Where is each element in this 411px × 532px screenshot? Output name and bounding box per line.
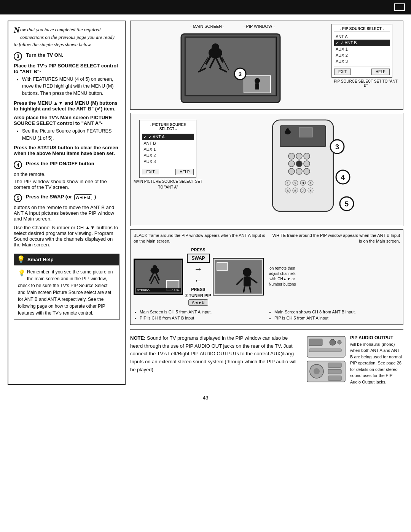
swap-button[interactable]: SWAP <box>187 254 209 263</box>
smart-help-section: 💡 Smart Help 💡 Remember, if you see the … <box>14 254 119 320</box>
svg-text:6: 6 <box>295 189 296 193</box>
svg-rect-20 <box>299 128 312 137</box>
svg-point-73 <box>338 340 341 344</box>
pip-source-wrap: - PIP SOURCE SELECT - ANT A ✓ ANT B AUX … <box>331 24 400 88</box>
main-content: Now that you have completed the required… <box>0 14 411 391</box>
smart-help-text: Remember, if you see the same picture on… <box>18 269 113 316</box>
pic-exit-btn[interactable]: EXIT <box>142 169 159 175</box>
pip-bullets-left: Main Screen is CH 5 from ANT A input. PI… <box>134 309 265 321</box>
screen-labels: - MAIN SCREEN - - PIP WINDOW - <box>186 24 275 29</box>
intro-body: ow that you have completed the required … <box>14 27 115 47</box>
pic-source-buttons: EXIT HELP <box>142 167 194 175</box>
svg-rect-71 <box>309 339 322 346</box>
mid-diagram-section: - PICTURE SOURCE SELECT - ✓ ANT A ANT B … <box>130 113 403 226</box>
svg-point-25 <box>304 153 310 159</box>
pip-audio-panel: PIP AUDIO OUTPUT will be monaural (mono)… <box>305 334 403 385</box>
pip-bullet-left-1: PIP is CH 8 from ANT B input <box>140 315 265 321</box>
step-3-block: 3 Turn the TV ON. Place the TV's PIP SOU… <box>14 52 119 157</box>
pip-source-ant-a: ANT A <box>334 34 390 40</box>
pip-audio-body: will be monaural (mono) when both ANT A … <box>350 341 403 385</box>
left-pip-screen: WXYZ PIP: 8 <box>134 259 183 295</box>
main-screen-label: - MAIN SCREEN - <box>190 24 225 29</box>
page-wrapper: Now that you have completed the required… <box>0 0 411 532</box>
pip-info-cols: Main Screen is CH 5 from ANT A input. PI… <box>134 309 400 321</box>
bulb-icon: 💡 <box>17 255 25 264</box>
pic-source-aux3: AUX 3 <box>142 158 194 165</box>
tv-diagram-svg: 3 <box>177 30 284 106</box>
step4-header: 4 Press the PIP ON/OFF button <box>14 161 119 169</box>
right-column: - MAIN SCREEN - - PIP WINDOW - <box>130 21 403 385</box>
also-block: Also place the TV's Main screen PICTURE … <box>14 115 119 142</box>
svg-rect-15 <box>255 83 259 89</box>
tuner-btn[interactable]: A◄►B <box>188 299 208 306</box>
svg-point-28 <box>304 161 310 167</box>
tv-screen-wrap: - MAIN SCREEN - - PIP WINDOW - <box>134 24 328 106</box>
right-screen-svg <box>215 260 262 294</box>
device-diagram <box>305 334 347 384</box>
bottom-section: NOTE: Sound for TV programs displayed in… <box>130 329 403 385</box>
step3-bullets2: See the Picture Source option FEATURES M… <box>14 128 119 142</box>
top-diagram-section: - MAIN SCREEN - - PIP WINDOW - <box>130 21 403 110</box>
svg-text:3: 3 <box>335 143 339 151</box>
svg-text:4: 4 <box>341 174 345 181</box>
step5-number: 5 <box>14 194 22 202</box>
svg-point-4 <box>212 43 219 51</box>
pic-help-btn[interactable]: HELP <box>175 169 194 175</box>
right-pip-screen: ANT B PIP: 5 <box>213 259 263 295</box>
press-status: Press the STATUS button to clear the scr… <box>14 145 119 156</box>
remote-svg: 1 2 3 4 5 6 7 <box>250 116 356 223</box>
svg-rect-78 <box>328 363 341 367</box>
pip-swap-screens: WXYZ PIP: 8 <box>134 248 400 306</box>
svg-rect-80 <box>328 376 341 380</box>
svg-text:8: 8 <box>310 189 312 193</box>
step-5-block: 5 Press the SWAP (or A◄►B ) buttons on t… <box>14 194 119 248</box>
svg-text:5: 5 <box>287 189 289 193</box>
svg-point-31 <box>304 168 310 174</box>
pip-swap-section: BLACK frame around the PIP window appear… <box>130 229 403 325</box>
step3-number: 3 <box>14 52 22 61</box>
pip-bullet-right-0: Main Screen shows CH 8 from ANT B input. <box>274 309 400 315</box>
pic-source-ant-b: ANT B <box>142 140 194 146</box>
pip-source-aux1: AUX 1 <box>334 46 390 52</box>
svg-text:4: 4 <box>310 181 312 185</box>
svg-point-30 <box>296 168 302 174</box>
svg-point-77 <box>314 368 320 374</box>
svg-point-29 <box>288 168 295 174</box>
stereo-bar: STEREO 12:34 <box>136 288 181 292</box>
note-prefix: NOTE: <box>130 335 145 341</box>
press-tuner-label: PRESS <box>191 287 205 292</box>
svg-text:5: 5 <box>345 200 349 208</box>
svg-point-27 <box>296 161 302 167</box>
pip-source-ant-b: ✓ ANT B <box>334 40 390 46</box>
svg-point-22 <box>286 128 289 131</box>
picture-source-title: - PICTURE SOURCE SELECT - <box>142 123 194 132</box>
pip-source-aux3: AUX 3 <box>334 58 390 64</box>
pic-source-aux1: AUX 1 <box>142 146 194 152</box>
pip-exit-btn[interactable]: EXIT <box>334 69 351 75</box>
remote-area: 1 2 3 4 5 6 7 <box>206 116 400 223</box>
header-bar <box>0 0 411 14</box>
svg-point-14 <box>255 78 260 83</box>
step5-desc1: buttons on the remote to move the ANT B … <box>14 204 119 222</box>
pip-audio-title: PIP AUDIO OUTPUT <box>350 334 403 341</box>
header-box <box>394 3 405 11</box>
svg-point-24 <box>296 153 302 159</box>
pic-source-ant-a: ✓ ANT A <box>142 134 194 140</box>
left-pip-screen-container: WXYZ PIP: 8 <box>134 259 183 295</box>
pip-help-btn[interactable]: HELP <box>371 69 390 75</box>
av-receiver-svg <box>305 334 347 384</box>
page-number: 43 <box>0 391 411 407</box>
pip-bullets-right: Main Screen shows CH 8 from ANT B input.… <box>268 309 400 321</box>
svg-text:7: 7 <box>302 189 304 193</box>
pip-source-buttons: EXIT HELP <box>334 67 390 75</box>
picture-source-panel: - PICTURE SOURCE SELECT - ✓ ANT A ANT B … <box>139 120 196 178</box>
svg-point-56 <box>153 265 157 269</box>
pip-source-panel: - PIP SOURCE SELECT - ANT A ✓ ANT B AUX … <box>331 24 392 78</box>
picture-source-wrap: - PICTURE SOURCE SELECT - ✓ ANT A ANT B … <box>134 116 202 189</box>
svg-point-63 <box>243 268 251 276</box>
svg-rect-69 <box>217 262 228 270</box>
step4-subtitle: on the remote. <box>14 171 119 177</box>
pip-window-label: - PIP WINDOW - <box>244 24 275 29</box>
step5-title: Press the SWAP (or A◄►B ) <box>26 194 96 200</box>
swap-badge: A◄►B <box>74 194 92 200</box>
